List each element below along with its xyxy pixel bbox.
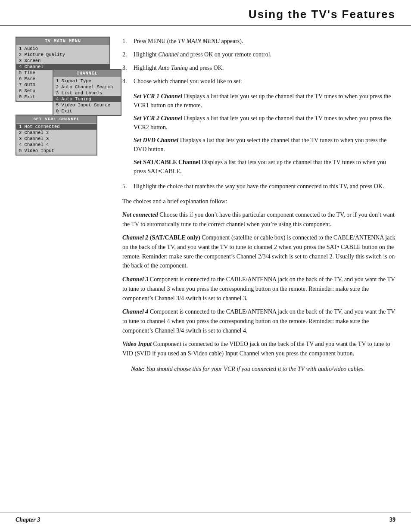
channel-item-list[interactable]: 3 List and Labels [53,90,121,96]
channel-item-video-source[interactable]: 5 Video Input Source [53,102,121,108]
tv-main-menu-items: 1 Audio 2 Picture Quality 3 Screen 4 Cha… [16,45,109,101]
sat-option: Set SAT/CABLE Channel Displays a list th… [134,158,395,176]
ch2-block: Channel 2 (SAT/CABLE only) Component (sa… [122,233,395,271]
vcr1-menu-items: 1 Not connected 2 Channel 2 3 Channel 3 … [16,123,97,155]
step4-text: Choose which channel you would like to s… [134,77,395,86]
channel-item-auto-search[interactable]: 2 Auto Channel Search [53,84,121,90]
step1-end: appears). [221,38,243,44]
step1-text: Press MENU (the [134,38,177,44]
vcr1-option: Set VCR 1 Channel Displays a list that l… [134,92,395,110]
ch2-qualifier: (SAT/CABLE only) [150,234,200,241]
note-block: Note: You should choose this for your VC… [131,364,395,374]
left-column: TV MAIN MENU 1 Audio 2 Picture Quality 3… [16,37,110,373]
vcr1-item-ch3[interactable]: 3 Channel 3 [16,136,97,142]
not-connected-term: Not connected [122,212,158,218]
footer-page: 39 [389,516,395,523]
step-5: 5. Highlight the choice that matches the… [122,182,395,191]
step-3: 3. Highlight Auto Tuning and press OK. [122,63,395,72]
step5-text: Highlight the choice that matches the wa… [134,182,395,191]
note-label: Note: [131,366,145,372]
vcr1-term: Set VCR 1 Channel [134,93,182,100]
page-footer: Chapter 3 39 [0,513,411,523]
ch3-desc: Component is connected to the CABLE/ANTE… [122,276,395,301]
channel-menu-title: CHANNEL [53,70,121,77]
menu-item-audio[interactable]: 1 Audio [16,46,109,52]
ch4-desc: Component is connected to the CABLE/ANTE… [122,308,395,333]
channel-menu-items: 1 Signal Type 2 Auto Channel Search 3 Li… [53,77,121,115]
channel-submenu: CHANNEL 1 Signal Type 2 Auto Channel Sea… [53,69,121,116]
not-connected-block: Not connected Choose this if you don’t h… [122,210,395,229]
note-text: You should choose this for your VCR if y… [146,366,364,372]
not-connected-desc: Choose this if you don’t have this parti… [122,212,395,227]
vcr1-menu-container: SET VCR1 CHANNEL 1 Not connected 2 Chann… [16,115,110,156]
step-1: 1. Press MENU (the TV MAIN MENU appears)… [122,37,395,46]
ch2-term: Channel 2 [122,234,148,241]
ch4-block: Channel 4 Component is connected to the … [122,307,395,335]
video-block: Video Input Component is connected to th… [122,339,395,358]
vcr1-menu-title: SET VCR1 CHANNEL [16,115,97,123]
right-column: 1. Press MENU (the TV MAIN MENU appears)… [122,37,395,373]
vcr1-item-ch4[interactable]: 4 Channel 4 [16,142,97,148]
video-desc: Component is connected to the VIDEO jack… [122,341,390,357]
vcr1-item-not-connected[interactable]: 1 Not connected [16,124,97,130]
step3-start: Highlight [134,65,157,71]
sat-term: Set SAT/CABLE Channel [134,159,200,165]
channel-item-signal[interactable]: 1 Signal Type [53,78,121,84]
dvd-option: Set DVD Channel Displays a list that let… [134,136,395,154]
step3-italic: Auto Tuning [158,65,188,71]
step3-end: and press OK. [190,65,224,71]
dvd-term: Set DVD Channel [134,137,178,143]
channel-options: Set VCR 1 Channel Displays a list that l… [134,92,395,176]
choices-intro: The choices and a brief explanation foll… [122,197,395,206]
channel-item-exit[interactable]: 0 Exit [53,108,121,114]
vcr1-menu-box: SET VCR1 CHANNEL 1 Not connected 2 Chann… [16,115,97,156]
vcr1-item-ch2[interactable]: 2 Channel 2 [16,130,97,136]
step-4: 4. Choose which channel you would like t… [122,77,395,86]
step5-list: 5. Highlight the choice that matches the… [122,182,395,191]
step2-end: and press OK on your remote control. [180,51,271,58]
main-content: TV MAIN MENU 1 Audio 2 Picture Quality 3… [0,37,411,373]
step1-italic: TV MAIN MENU [178,38,220,44]
footer-chapter: Chapter 3 [16,516,40,523]
ch4-term: Channel 4 [122,308,148,315]
vcr1-item-video[interactable]: 5 Video Input [16,148,97,154]
vcr2-option: Set VCR 2 Channel Displays a list that l… [134,114,395,132]
video-term: Video Input [122,341,152,347]
menu-item-picture[interactable]: 2 Picture Quality [16,52,109,58]
menu-item-screen[interactable]: 3 Screen [16,58,109,64]
vcr2-term: Set VCR 2 Channel [134,115,182,121]
instructions-list: 1. Press MENU (the TV MAIN MENU appears)… [122,37,395,86]
channel-item-auto-tuning[interactable]: 4 Auto Tuning [53,96,121,102]
tv-main-menu-title: TV MAIN MENU [16,37,109,45]
step2-start: Highlight [134,51,157,58]
step-2: 2. Highlight Channel and press OK on you… [122,50,395,59]
tv-main-menu-container: TV MAIN MENU 1 Audio 2 Picture Quality 3… [16,37,110,102]
tv-main-menu-box: TV MAIN MENU 1 Audio 2 Picture Quality 3… [16,37,110,102]
ch3-term: Channel 3 [122,276,148,283]
ch3-block: Channel 3 Component is connected to the … [122,275,395,303]
page-title: Using the TV's Features [16,8,395,21]
step2-italic: Channel [158,51,178,58]
page-header: Using the TV's Features [0,0,411,26]
